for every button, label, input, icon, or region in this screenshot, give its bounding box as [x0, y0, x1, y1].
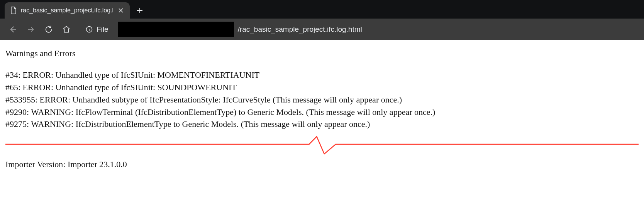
info-icon — [86, 26, 93, 33]
log-list: #34: ERROR: Unhandled type of IfcSIUnit:… — [5, 69, 639, 130]
annotation-divider — [5, 133, 639, 156]
url-redacted-segment — [118, 22, 234, 37]
url-scheme-label: File — [97, 25, 108, 34]
browser-chrome: rac_basic_sample_project.ifc.log.l — [0, 0, 644, 40]
importer-version: Importer Version: Importer 23.1.0.0 — [5, 158, 639, 171]
tab-strip: rac_basic_sample_project.ifc.log.l — [0, 0, 644, 19]
log-line: #533955: ERROR: Unhandled subtype of Ifc… — [5, 94, 639, 106]
refresh-button[interactable] — [41, 22, 56, 37]
url-scheme-badge: File — [86, 24, 114, 34]
svg-point-1 — [89, 28, 90, 29]
log-line: #9275: WARNING: IfcDistributionElementTy… — [5, 118, 639, 130]
new-tab-button[interactable] — [132, 2, 147, 19]
log-line: #9290: WARNING: IfcFlowTerminal (IfcDist… — [5, 106, 639, 118]
home-button[interactable] — [59, 22, 74, 37]
forward-button[interactable] — [23, 22, 39, 37]
browser-tab[interactable]: rac_basic_sample_project.ifc.log.l — [5, 2, 130, 19]
page-content: Warnings and Errors #34: ERROR: Unhandle… — [0, 40, 644, 178]
close-icon[interactable] — [117, 7, 124, 14]
document-icon — [10, 7, 17, 14]
back-button[interactable] — [5, 22, 21, 37]
log-line: #34: ERROR: Unhandled type of IfcSIUnit:… — [5, 69, 639, 81]
url-path: /rac_basic_sample_project.ifc.log.html — [238, 25, 362, 34]
page-heading: Warnings and Errors — [5, 47, 639, 60]
browser-toolbar: File /rac_basic_sample_project.ifc.log.h… — [0, 19, 644, 40]
tab-title: rac_basic_sample_project.ifc.log.l — [21, 7, 114, 14]
log-line: #65: ERROR: Unhandled type of IfcSIUnit:… — [5, 81, 639, 94]
address-bar[interactable]: File /rac_basic_sample_project.ifc.log.h… — [81, 22, 639, 37]
